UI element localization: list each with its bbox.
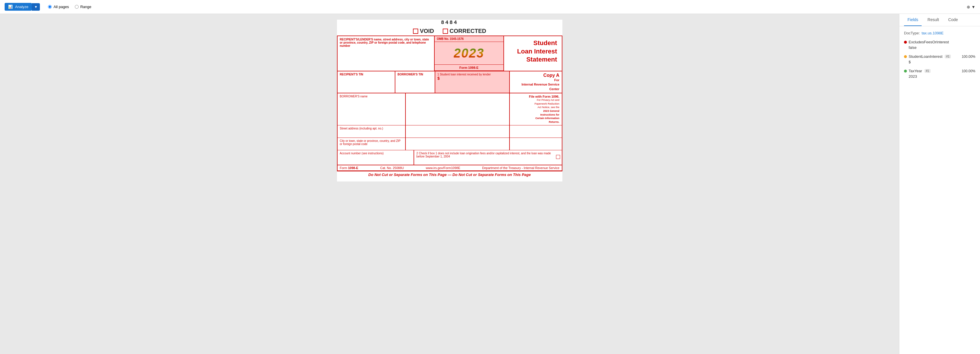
street-address-row: Street address (including apt. no.) [337,125,562,138]
panel-tabs: Fields Result Code [899,14,980,26]
field-excludes-value: false [904,45,975,50]
recipient-tin-label: RECIPIENT'S TIN [340,73,393,76]
field-excludes-fees: ExcludesFeesOrInterest false [904,40,975,50]
corrected-text: CORRECTED [450,28,487,34]
doctype-row: DocType: tax.us.1098E [904,31,975,35]
copy-a-for: For Internal Revenue Service Center [512,78,560,91]
bottom-banner: Do Not Cut or Separate Forms on This Pag… [337,171,562,178]
field-excludes-name: ExcludesFeesOrInterest [908,40,949,44]
analyze-button[interactable]: 📊 Analyze [5,3,32,11]
account-box: Account number (see instructions) [337,150,414,165]
field-taxyear-value: 2023 [904,74,975,79]
corrected-checkbox[interactable] [443,29,448,34]
form-container: 8484 VOID CORRECTED RECIPIENT'S/LENDER'S… [337,20,562,181]
city-box: City or town, state or province, country… [337,138,406,150]
layers-icon: ⊕ [967,5,970,9]
void-corrected-row: VOID CORRECTED [337,28,562,34]
layers-button[interactable]: ⊕ ▼ [967,5,975,9]
top-bar: 📊 Analyze ▼ All pages Range ⊕ ▼ [0,0,980,14]
title-line2: Loan Interest [517,48,557,55]
void-checkbox-label: VOID [413,28,434,34]
top-section: RECIPIENT'S/LENDER'S name, street addres… [337,36,562,71]
field-student-header: StudentLoanInterest #1 100.00% [904,54,975,59]
range-radio[interactable]: Range [75,5,91,9]
city-row: City or town, state or province, country… [337,138,562,150]
void-checkbox[interactable] [413,29,418,34]
field-taxyear-pct: 100.00% [962,69,975,73]
borrower-tin-box: BORROWER'S TIN [395,71,435,93]
year-logo-box: 2023 [435,42,503,65]
field-dot-yellow [904,55,907,58]
street-label: Street address (including apt. no.) [340,127,403,130]
form-title: Student Loan Interest Statement [509,39,557,64]
privacy-text: For Privacy Act andPaperwork ReductionAc… [512,98,560,124]
omb-box: OMB No. 1545-1576 [435,36,503,42]
field-student-value: $ [904,60,975,64]
title-line3: Statement [526,56,557,63]
page-range-group: All pages Range [48,5,91,9]
void-text: VOID [420,28,434,34]
document-panel: 8484 VOID CORRECTED RECIPIENT'S/LENDER'S… [0,14,899,354]
account-section: Account number (see instructions) 2 Chec… [337,150,562,165]
form-name-box: Form 1098-E [435,65,503,71]
borrower-name-box: BORROWER'S name [337,93,406,125]
doctype-label: DocType: [904,31,920,35]
field-excludes-header: ExcludesFeesOrInterest [904,40,975,44]
street-extra-space [406,125,510,138]
box2-label: 2 Check if box 1 does not include loan o… [417,152,560,158]
city-right-space [510,138,562,150]
street-address-box: Street address (including apt. no.) [337,125,406,138]
city-label: City or town, state or province, country… [340,139,403,146]
field-student-pct: 100.00% [962,55,975,59]
year-display: 2023 [454,46,484,60]
borrower-name-section: BORROWER'S name File with Form 1096. For… [337,93,562,125]
box1-dollar: $ [438,76,507,81]
field-tax-year: TaxYear #1 100.00% 2023 [904,69,975,79]
tab-result[interactable]: Result [924,14,942,26]
mid-section: RECIPIENT'S TIN BORROWER'S TIN 1 Student… [337,71,562,93]
field-dot-red [904,41,907,44]
footer-cat: Cat. No. 25088U [380,166,404,170]
tab-code[interactable]: Code [945,14,961,26]
field-taxyear-badge: #1 [924,69,931,73]
footer-bar: Form 1098-E Cat. No. 25088U www.irs.gov/… [337,165,562,171]
box1-label: 1 Student loan interest received by lend… [438,73,507,76]
tab-fields[interactable]: Fields [904,14,922,26]
form-name-label: Form 1098-E [459,66,478,69]
title-box: Student Loan Interest Statement [504,36,562,71]
main-content: 8484 VOID CORRECTED RECIPIENT'S/LENDER'S… [0,14,980,354]
borrower-tin-label: BORROWER'S TIN [398,73,432,76]
box1-section: 1 Student loan interest received by lend… [435,71,510,93]
file-text: File with Form 1096. [512,95,560,98]
field-dot-green [904,70,907,73]
field-student-name: StudentLoanInterest [908,54,942,59]
all-pages-radio[interactable]: All pages [48,5,69,9]
analyze-label: Analyze [15,5,28,9]
panel-body: DocType: tax.us.1098E ExcludesFeesOrInte… [899,26,980,88]
right-info-section: File with Form 1096. For Privacy Act and… [510,93,562,125]
copy-a-box: Copy A For Internal Revenue Service Cent… [510,71,562,93]
field-student-badge: #1 [945,55,951,59]
form-grid: RECIPIENT'S/LENDER'S name, street addres… [337,35,562,171]
footer-dept: Department of the Treasury - Internal Re… [482,166,559,170]
chart-icon: 📊 [8,5,13,9]
omb-label: OMB No. 1545-1576 [437,37,464,40]
footer-url: www.irs.gov/Form1098E [426,166,460,170]
recipient-name-box: RECIPIENT'S/LENDER'S name, street addres… [337,36,435,71]
field-taxyear-header: TaxYear #1 100.00% [904,69,975,73]
recipient-name-label: RECIPIENT'S/LENDER'S name, street addres… [340,38,432,48]
city-extra-space [406,138,510,150]
box2-section: 2 Check if box 1 does not include loan o… [414,150,562,165]
title-line1: Student [533,39,557,46]
field-student-loan: StudentLoanInterest #1 100.00% $ [904,54,975,64]
copy-a-title: Copy A [512,73,560,78]
doctype-value: tax.us.1098E [922,31,943,35]
street-right-space [510,125,562,138]
box1-extra-space [406,93,510,125]
analyze-dropdown-button[interactable]: ▼ [32,3,40,11]
footer-form-label: Form 1098-E [340,166,358,170]
account-label: Account number (see instructions) [340,152,411,155]
field-taxyear-name: TaxYear [908,69,922,73]
box2-checkbox[interactable] [556,155,560,159]
borrower-name-label: BORROWER'S name [340,95,403,98]
